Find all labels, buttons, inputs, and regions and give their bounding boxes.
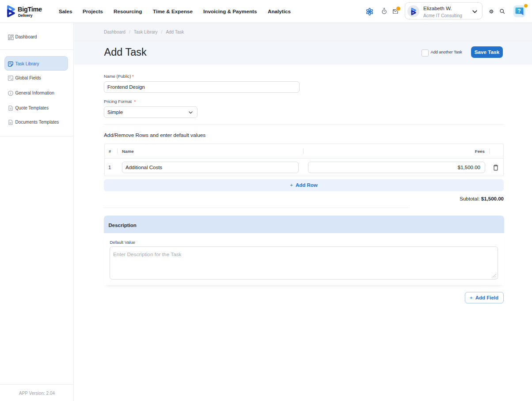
svg-text:$: $ bbox=[10, 107, 11, 110]
svg-text:?: ? bbox=[517, 8, 521, 14]
